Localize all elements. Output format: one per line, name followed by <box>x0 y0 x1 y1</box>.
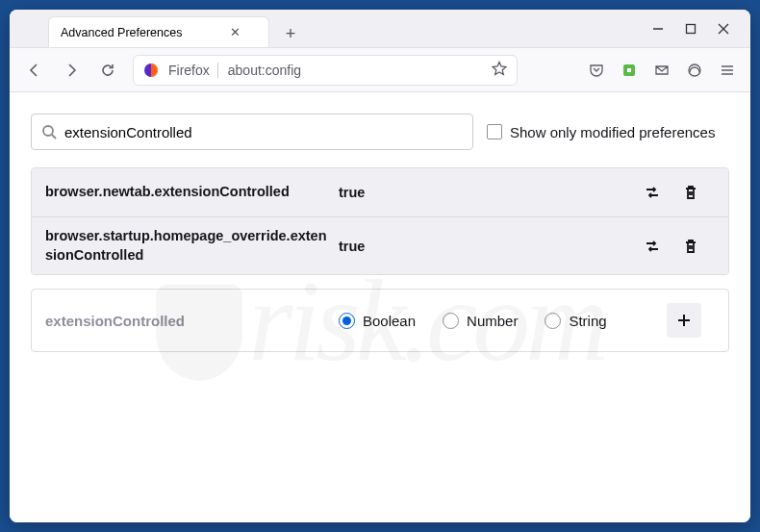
address-url: about:config <box>228 63 482 78</box>
radio-boolean[interactable]: Boolean <box>339 313 416 329</box>
create-pref-name: extensionControlled <box>45 313 339 329</box>
svg-point-11 <box>43 126 53 136</box>
window-controls <box>631 21 750 37</box>
delete-button[interactable] <box>676 232 705 261</box>
close-button[interactable] <box>716 21 731 37</box>
tabs-area: Advanced Preferences ✕ + <box>10 10 631 47</box>
radio-number[interactable]: Number <box>443 313 518 329</box>
svg-rect-6 <box>627 68 631 72</box>
bookmark-star-icon[interactable] <box>492 61 507 80</box>
radio-icon <box>339 313 355 329</box>
titlebar: Advanced Preferences ✕ + <box>10 10 750 48</box>
search-row: Show only modified preferences <box>31 114 729 150</box>
toggle-button[interactable] <box>638 178 667 207</box>
menu-icon[interactable] <box>714 57 741 84</box>
show-modified-label: Show only modified preferences <box>510 124 715 140</box>
tab-close-icon[interactable]: ✕ <box>230 25 241 39</box>
toolbar: Firefox about:config <box>10 48 750 92</box>
pref-name: browser.newtab.extensionControlled <box>45 183 339 202</box>
inbox-icon[interactable] <box>648 57 675 84</box>
pref-value: true <box>339 185 638 200</box>
search-input[interactable] <box>64 124 463 140</box>
search-icon <box>41 124 57 139</box>
search-box[interactable] <box>31 114 473 150</box>
preferences-table: browser.newtab.extensionControlled true … <box>31 167 729 275</box>
toolbar-right <box>583 57 741 84</box>
new-tab-button[interactable]: + <box>277 20 304 47</box>
svg-rect-1 <box>687 24 696 33</box>
maximize-button[interactable] <box>683 21 698 37</box>
pref-value: true <box>339 239 638 254</box>
pref-row: browser.startup.homepage_override.extens… <box>32 217 728 274</box>
delete-button[interactable] <box>676 178 705 207</box>
back-button[interactable] <box>19 55 50 86</box>
minimize-button[interactable] <box>650 21 666 37</box>
radio-label: Boolean <box>363 313 416 329</box>
type-radio-group: Boolean Number String <box>339 313 667 329</box>
shield-icon[interactable] <box>681 57 708 84</box>
content-area: risk.com Show only modified preferences … <box>10 92 750 522</box>
address-bar[interactable]: Firefox about:config <box>133 55 518 86</box>
svg-line-12 <box>52 135 56 139</box>
add-preference-button[interactable] <box>667 303 701 338</box>
radio-label: Number <box>467 313 518 329</box>
extension-icon[interactable] <box>616 57 643 84</box>
forward-button[interactable] <box>56 55 87 86</box>
checkbox-icon[interactable] <box>487 124 502 139</box>
browser-tab[interactable]: Advanced Preferences ✕ <box>48 16 269 47</box>
radio-string[interactable]: String <box>545 313 606 329</box>
pocket-icon[interactable] <box>583 57 610 84</box>
pref-row: browser.newtab.extensionControlled true <box>32 168 728 217</box>
show-modified-checkbox[interactable]: Show only modified preferences <box>487 124 715 140</box>
toggle-button[interactable] <box>638 232 667 261</box>
pref-name: browser.startup.homepage_override.extens… <box>45 227 339 265</box>
address-label: Firefox <box>168 63 218 78</box>
tab-title: Advanced Preferences <box>61 26 182 39</box>
radio-label: String <box>569 313 606 329</box>
firefox-logo-icon <box>143 63 159 78</box>
create-preference-row: extensionControlled Boolean Number Strin… <box>31 289 729 352</box>
radio-icon <box>443 313 459 329</box>
radio-icon <box>545 313 561 329</box>
reload-button[interactable] <box>92 55 123 86</box>
